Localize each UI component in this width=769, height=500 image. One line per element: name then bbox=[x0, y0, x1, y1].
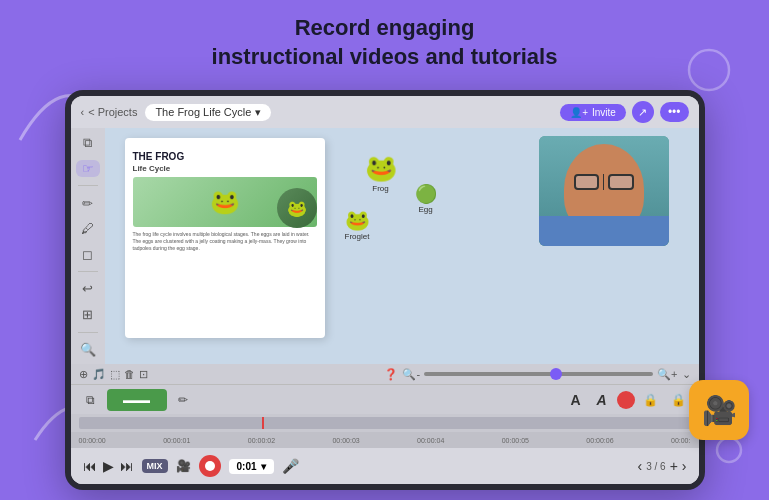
back-chevron: ‹ bbox=[81, 106, 85, 118]
left-toolbar: ⧉ ☞ ✏ 🖊 ◻ bbox=[71, 128, 105, 364]
timeline-icon-1[interactable]: ⊕ bbox=[79, 368, 88, 381]
copy-tool-icon: ⧉ bbox=[86, 393, 95, 407]
camera-icon: 🎥 bbox=[702, 394, 737, 427]
help-icon[interactable]: ❓ bbox=[384, 368, 398, 381]
timeline-icon-4[interactable]: 🗑 bbox=[124, 368, 135, 380]
back-button[interactable]: ‹ < Projects bbox=[81, 106, 138, 118]
header-section: Record engaging instructional videos and… bbox=[0, 0, 769, 81]
time-dropdown-arrow[interactable]: ▾ bbox=[261, 461, 266, 472]
copy-tool-btn[interactable]: ⧉ bbox=[79, 389, 103, 411]
zoom-out-icon[interactable]: 🔍- bbox=[402, 368, 420, 381]
play-controls: ⏮ ▶ ⏭ bbox=[83, 458, 134, 474]
add-page-button[interactable]: + bbox=[670, 458, 678, 474]
green-track-btn[interactable]: ▬▬▬ bbox=[107, 389, 167, 411]
play-button[interactable]: ▶ bbox=[103, 458, 114, 474]
hand-icon: ☞ bbox=[82, 161, 94, 176]
projects-label[interactable]: < Projects bbox=[88, 106, 137, 118]
share-icon: ↗ bbox=[638, 106, 647, 119]
nav-controls: ‹ 3 / 6 + › bbox=[638, 458, 687, 474]
time-4: 00:00:04 bbox=[417, 437, 444, 444]
top-bar-actions: 👤+ Invite ↗ ••• bbox=[560, 101, 688, 123]
time-ruler: 00:00:00 00:00:01 00:00:02 00:00:03 00:0… bbox=[71, 432, 699, 448]
main-content: ⧉ ☞ ✏ 🖊 ◻ bbox=[71, 128, 699, 364]
share-button[interactable]: ↗ bbox=[632, 101, 654, 123]
tool-pen[interactable]: ✏ bbox=[76, 194, 100, 212]
time-5: 00:00:05 bbox=[502, 437, 529, 444]
time-1: 00:00:01 bbox=[163, 437, 190, 444]
header-line1: Record engaging bbox=[295, 15, 475, 40]
text-btn-sans[interactable]: A bbox=[591, 389, 613, 411]
pencil-tool-btn[interactable]: ✏ bbox=[171, 389, 195, 411]
toolbar-divider-2 bbox=[78, 271, 98, 272]
froglet-label: Froglet bbox=[345, 232, 370, 241]
zoom-thumb bbox=[550, 368, 562, 380]
layers-icon: ⊞ bbox=[82, 307, 93, 322]
timeline-icon-2[interactable]: 🎵 bbox=[92, 368, 106, 381]
text-btn-serif[interactable]: A bbox=[565, 389, 587, 411]
frog-label: Frog bbox=[365, 184, 397, 193]
lock-btn-2[interactable]: 🔒 bbox=[667, 389, 691, 411]
eraser-icon: ◻ bbox=[82, 247, 93, 262]
mix-badge[interactable]: MIX bbox=[142, 459, 168, 473]
time-6: 00:00:06 bbox=[586, 437, 613, 444]
page-indicator: 3 / 6 bbox=[646, 461, 665, 472]
tool-eraser[interactable]: ◻ bbox=[76, 246, 100, 264]
slide-body-text: The frog life cycle involves multiple bi… bbox=[133, 231, 317, 252]
green-track-icon: ▬▬▬ bbox=[123, 395, 150, 405]
person-shirt bbox=[539, 216, 669, 246]
tool-copy[interactable]: ⧉ bbox=[76, 134, 100, 152]
record-inner bbox=[205, 461, 215, 471]
toolbar-divider-1 bbox=[78, 185, 98, 186]
undo-icon: ↩ bbox=[82, 281, 93, 296]
record-button[interactable] bbox=[617, 391, 635, 409]
timeline-track-area[interactable] bbox=[71, 414, 699, 432]
zoom-in-icon[interactable]: 🔍+ bbox=[657, 368, 677, 381]
timeline-controls-row: ⊕ 🎵 ⬚ 🗑 ⊡ ❓ 🔍- 🔍+ ⌄ bbox=[71, 364, 699, 384]
fast-forward-button[interactable]: ⏭ bbox=[120, 458, 134, 474]
tool-layers[interactable]: ⊞ bbox=[76, 306, 100, 324]
microphone-button[interactable]: 🎤 bbox=[282, 458, 299, 474]
more-button[interactable]: ••• bbox=[660, 102, 689, 122]
time-0: 00:00:00 bbox=[79, 437, 106, 444]
zoom-icon: 🔍 bbox=[80, 342, 96, 357]
presentation-slide: THE FROG Life Cycle 🐸 🐸 The frog life cy… bbox=[125, 138, 325, 338]
dropdown-arrow: ▾ bbox=[255, 106, 261, 119]
tablet-device: ‹ < Projects The Frog Life Cycle ▾ 👤+ In… bbox=[65, 90, 705, 490]
current-page: 3 bbox=[646, 461, 652, 472]
svg-point-1 bbox=[717, 438, 741, 462]
total-pages: 6 bbox=[660, 461, 666, 472]
invite-icon: 👤+ bbox=[570, 107, 588, 118]
timeline-cursor bbox=[262, 417, 264, 429]
floating-record-button[interactable]: 🎥 bbox=[689, 380, 749, 440]
invite-button[interactable]: 👤+ Invite bbox=[560, 104, 626, 121]
top-bar: ‹ < Projects The Frog Life Cycle ▾ 👤+ In… bbox=[71, 96, 699, 128]
expand-icon[interactable]: ⌄ bbox=[682, 368, 691, 381]
zoom-slider[interactable] bbox=[424, 372, 653, 376]
more-icon: ••• bbox=[668, 105, 681, 119]
next-page-button[interactable]: › bbox=[682, 458, 687, 474]
rewind-button[interactable]: ⏮ bbox=[83, 458, 97, 474]
tool-zoom[interactable]: 🔍 bbox=[76, 340, 100, 358]
canvas-area[interactable]: THE FROG Life Cycle 🐸 🐸 The frog life cy… bbox=[105, 128, 699, 364]
lock-btn[interactable]: 🔒 bbox=[639, 389, 663, 411]
time-2: 00:00:02 bbox=[248, 437, 275, 444]
prev-page-button[interactable]: ‹ bbox=[638, 458, 643, 474]
invite-label: Invite bbox=[592, 107, 616, 118]
tool-hand[interactable]: ☞ bbox=[76, 160, 100, 178]
record-badge[interactable] bbox=[199, 455, 221, 477]
text-a-sans: A bbox=[596, 392, 606, 408]
time-3: 00:00:03 bbox=[332, 437, 359, 444]
time-display: 0:01 ▾ bbox=[229, 459, 274, 474]
timeline-icon-3[interactable]: ⬚ bbox=[110, 368, 120, 381]
toolbar-divider-3 bbox=[78, 332, 98, 333]
text-a-serif: A bbox=[570, 392, 580, 408]
tool-marker[interactable]: 🖊 bbox=[76, 220, 100, 238]
timeline-icon-5[interactable]: ⊡ bbox=[139, 368, 148, 381]
timeline-track-bar bbox=[79, 417, 691, 429]
camera-badge[interactable]: 🎥 bbox=[176, 459, 191, 473]
glasses bbox=[574, 174, 634, 190]
project-title[interactable]: The Frog Life Cycle ▾ bbox=[145, 104, 271, 121]
tool-undo[interactable]: ↩ bbox=[76, 280, 100, 298]
bottom-controls: ⊕ 🎵 ⬚ 🗑 ⊡ ❓ 🔍- 🔍+ ⌄ bbox=[71, 364, 699, 484]
frog-item-frog: 🐸 Frog bbox=[365, 153, 397, 193]
